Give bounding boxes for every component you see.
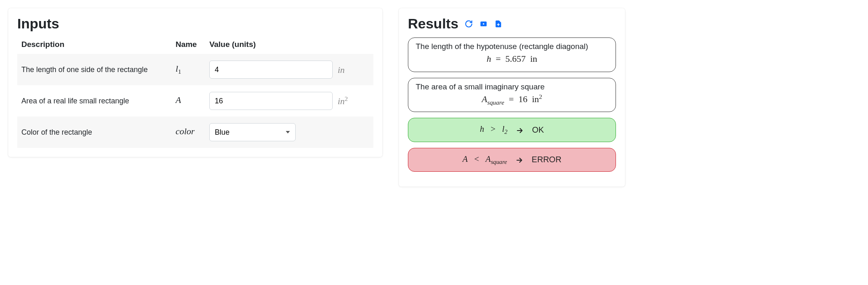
add-file-icon[interactable] [494,19,503,28]
arrow-right-icon [515,155,523,165]
result-item: The area of a small imaginary square Asq… [408,78,616,112]
result-formula: Asquare = 16 in2 [416,93,608,106]
input-symbol: A [171,85,205,117]
color-select[interactable] [209,123,296,141]
arrow-right-icon [516,125,524,135]
area-a-input[interactable] [209,92,333,110]
check-ok: h > l2 OK [408,118,616,142]
col-value: Value (units) [205,37,373,54]
preview-icon[interactable] [479,19,488,28]
check-expression: A < Asquare [463,154,507,166]
check-expression: h > l2 [480,124,507,135]
check-status-label: ERROR [532,155,561,164]
unit-label: in2 [338,95,348,107]
result-formula: h = 5.657 in [416,53,608,66]
length-l1-input[interactable] [209,61,333,79]
svg-point-1 [483,23,484,25]
result-item: The length of the hypotenuse (rectangle … [408,37,616,72]
inputs-title: Inputs [17,16,59,32]
input-symbol: color [171,117,205,148]
results-title: Results [408,16,458,32]
check-error: A < Asquare ERROR [408,148,616,172]
result-description: The length of the hypotenuse (rectangle … [416,42,608,51]
unit-label: in [338,64,345,75]
refresh-icon[interactable] [464,19,473,28]
input-symbol: l1 [171,54,205,85]
result-description: The area of a small imaginary square [416,82,608,91]
input-description: Area of a real life small rectangle [17,85,171,117]
check-status-label: OK [532,125,544,135]
results-card: Results The length of the hypotenuse (re… [399,8,625,187]
input-row: Area of a real life small rectangle A in… [17,85,373,117]
input-row: The length of one side of the rectangle … [17,54,373,85]
col-description: Description [17,37,171,54]
inputs-card: Inputs Description Name Value (units) Th… [8,8,382,157]
input-row: Color of the rectangle color [17,117,373,148]
inputs-table: Description Name Value (units) The lengt… [17,37,373,148]
input-description: Color of the rectangle [17,117,171,148]
input-description: The length of one side of the rectangle [17,54,171,85]
col-name: Name [171,37,205,54]
